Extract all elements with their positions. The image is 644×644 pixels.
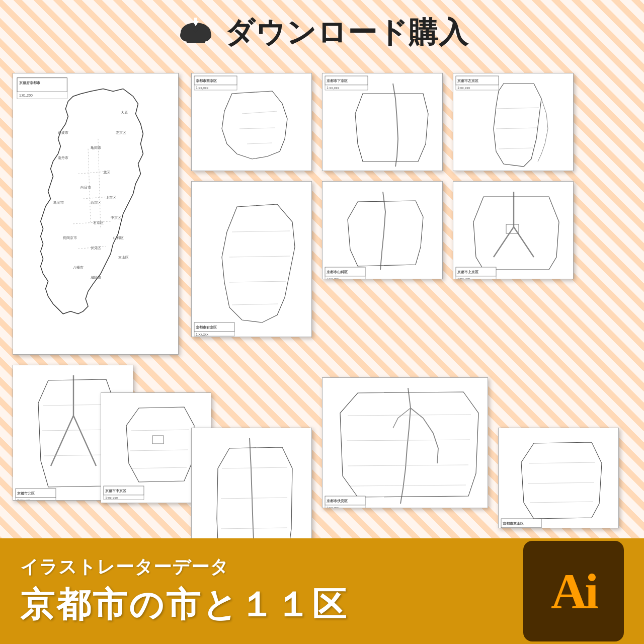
svg-text:京都府京都市: 京都府京都市 (19, 80, 41, 85)
svg-text:中京区: 中京区 (111, 216, 121, 219)
maps-area: 京都府京都市 1:61,200 丹波市 南丹市 亀岡市 亀岡市 向日市 西京区 … (0, 65, 644, 538)
svg-text:向日市: 向日市 (80, 186, 91, 189)
svg-text:亀岡市: 亀岡市 (53, 201, 64, 204)
map-card-fushimi: 京都市伏見区 1:xx,xxx (322, 377, 488, 508)
ai-badge: Ai (523, 541, 624, 641)
svg-text:右京区: 右京区 (93, 221, 104, 224)
svg-text:城陽市: 城陽市 (90, 276, 101, 280)
bottom-banner: イラストレーターデータ 京都市の市と１１区 Ai (0, 538, 644, 644)
svg-text:京都市山科区: 京都市山科区 (327, 270, 348, 274)
svg-text:1:xx,xxx: 1:xx,xxx (196, 86, 209, 90)
ai-text: Ai (551, 562, 596, 620)
map-card-kamigyo: 京都市上京区 1:xx,xxx (453, 181, 574, 279)
svg-text:1:xx,xxx: 1:xx,xxx (327, 86, 340, 90)
svg-text:京都市伏見区: 京都市伏見区 (327, 499, 348, 503)
svg-text:京都市上京区: 京都市上京区 (457, 270, 478, 274)
svg-text:1:xx,xxx: 1:xx,xxx (327, 506, 340, 508)
svg-text:1:xx,xxx: 1:xx,xxx (457, 277, 470, 279)
svg-text:京都市右京区: 京都市右京区 (196, 325, 217, 329)
map-card-sakyoku: 京都市左京区 1:xx,xxx (453, 73, 574, 171)
svg-text:上京区: 上京区 (106, 196, 116, 199)
svg-rect-6 (17, 78, 67, 92)
svg-rect-57 (152, 436, 164, 444)
svg-text:京都市下京区: 京都市下京区 (327, 78, 348, 83)
svg-text:山科区: 山科区 (113, 236, 124, 239)
svg-text:京都市中京区: 京都市中京区 (105, 489, 126, 493)
map-card-yamashina: 京都市山科区 1:xx,xxx (322, 181, 443, 279)
map-card-ukyoku: 京都市右京区 1:xx,xxx (191, 181, 312, 337)
svg-text:丹波市: 丹波市 (58, 131, 68, 134)
svg-text:1:xx,xxx: 1:xx,xxx (327, 277, 340, 279)
banner-text-block: イラストレーターデータ 京都市の市と１１区 (20, 555, 348, 628)
banner-title: 京都市の市と１１区 (20, 582, 348, 628)
svg-rect-72 (501, 528, 541, 528)
svg-text:1:xx,xxx: 1:xx,xxx (457, 86, 470, 90)
svg-text:京都市北区: 京都市北区 (17, 491, 35, 495)
svg-text:北区: 北区 (103, 171, 110, 174)
svg-text:長岡京市: 長岡京市 (63, 236, 77, 239)
svg-text:八幡市: 八幡市 (73, 266, 84, 270)
svg-text:1:xx,xxx: 1:xx,xxx (17, 499, 30, 501)
cloud-download-icon (176, 15, 216, 50)
header: ダウンロード購入 (0, 0, 644, 65)
map-card-nishiku: 京都市西京区 1:xx,xxx (191, 73, 312, 171)
svg-text:京都市西京区: 京都市西京区 (196, 78, 217, 83)
svg-text:西京区: 西京区 (91, 201, 101, 204)
svg-rect-3 (187, 33, 205, 43)
svg-text:東山区: 東山区 (118, 256, 129, 259)
svg-rect-5 (194, 18, 197, 24)
main-map: 京都府京都市 1:61,200 丹波市 南丹市 亀岡市 亀岡市 向日市 西京区 … (13, 73, 179, 355)
svg-text:伏見区: 伏見区 (91, 246, 101, 250)
svg-text:南丹市: 南丹市 (58, 156, 68, 159)
svg-text:大原: 大原 (121, 111, 128, 114)
svg-text:1:xx,xxx: 1:xx,xxx (105, 496, 118, 500)
svg-text:1:xx,xxx: 1:xx,xxx (196, 333, 209, 336)
svg-text:左京区: 左京区 (116, 131, 126, 134)
svg-text:京都市左京区: 京都市左京区 (457, 78, 478, 83)
svg-text:1:61,200: 1:61,200 (19, 94, 33, 97)
banner-subtitle: イラストレーターデータ (20, 555, 229, 580)
svg-text:京都市東山区: 京都市東山区 (503, 521, 524, 525)
map-card-shimogyo: 京都市下京区 1:xx,xxx (322, 73, 443, 171)
header-title: ダウンロード購入 (225, 13, 469, 52)
svg-text:亀岡市: 亀岡市 (91, 146, 101, 149)
map-card-higashiyama: 京都市東山区 1:xx,xxx (498, 428, 619, 528)
